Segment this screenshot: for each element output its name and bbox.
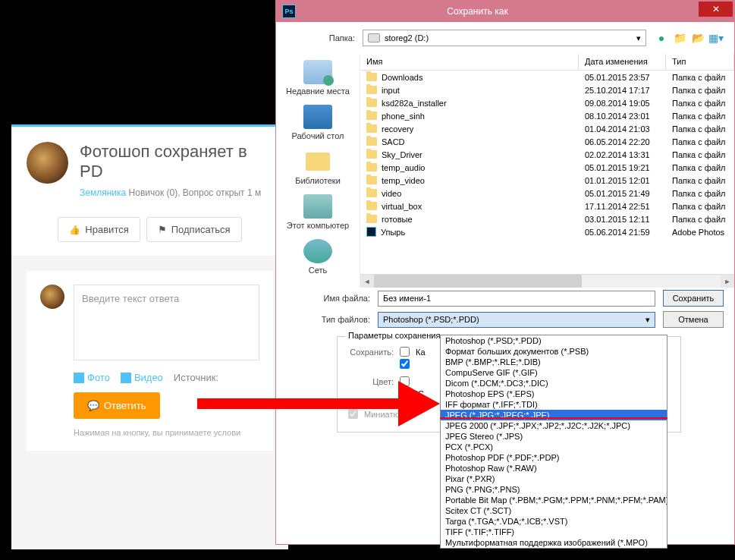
dropdown-item[interactable]: Мультиформатная поддержка изображений (*… (441, 537, 667, 548)
filename-label: Имя файла: (302, 294, 370, 303)
question-meta: Земляника Новичок (0), Вопрос открыт 1 м (80, 187, 273, 198)
dropdown-item[interactable]: Scitex CT (*.SCT) (441, 505, 667, 516)
avatar[interactable] (27, 142, 68, 184)
up-icon[interactable]: 📁 (672, 30, 687, 46)
forum-actions: 👍Нравится ⚑Подписаться (11, 213, 288, 256)
scroll-track[interactable] (374, 275, 721, 288)
dropdown-item[interactable]: TIFF (*.TIF;*.TIFF) (441, 527, 667, 537)
file-row[interactable]: Sky_Driver02.02.2014 13:31Папка с файл (360, 148, 734, 161)
close-button[interactable]: ✕ (699, 2, 733, 17)
dropdown-item[interactable]: CompuServe GIF (*.GIF) (441, 367, 667, 378)
file-row[interactable]: Downloads05.01.2015 23:57Папка с файл (360, 71, 734, 83)
avatar[interactable] (40, 285, 64, 309)
titlebar: Ps Сохранить как ✕ (276, 1, 734, 22)
checkbox-thumbnail (348, 409, 358, 419)
file-row[interactable]: ksd282a_installer09.08.2014 19:05Папка с… (360, 96, 734, 109)
file-row[interactable]: recovery01.04.2014 21:03Папка с файл (360, 122, 734, 135)
file-row[interactable]: input25.10.2014 17:17Папка с файл (360, 83, 734, 96)
folder-label: Папка: (287, 33, 355, 42)
checkbox-copy[interactable] (400, 347, 410, 357)
forum-page: Фотошоп сохраняет в PD Земляника Новичок… (11, 124, 288, 549)
checkbox-icc[interactable] (400, 389, 410, 398)
file-row[interactable]: temp_audio05.01.2015 19:21Папка с файл (360, 161, 734, 174)
filetype-dropdown[interactable]: Photoshop (*.PSD;*.PDD)Формат больших до… (440, 335, 667, 549)
scroll-left-icon[interactable]: ◄ (360, 275, 374, 288)
folder-select[interactable]: storeg2 (D:) ▾ (363, 30, 646, 46)
new-folder-icon[interactable]: 📂 (690, 30, 705, 46)
filename-row: Имя файла: Сохранить (276, 288, 734, 309)
thumb-up-icon: 👍 (69, 225, 80, 235)
answer-box: Введите текст ответа Фото Видео Источник… (27, 271, 273, 451)
folder-toolbar: ● 📁 📂 ▦▾ (654, 30, 724, 46)
checkbox-color1[interactable] (400, 376, 410, 386)
chevron-down-icon: ▾ (645, 315, 650, 325)
submit-answer-button[interactable]: 💬Ответить (74, 392, 160, 419)
filename-input[interactable] (378, 291, 655, 307)
folder-icon (366, 124, 377, 133)
file-row[interactable]: temp_video01.01.2015 12:01Папка с файл (360, 174, 734, 187)
places-sidebar: Недавние места Рабочий стол Библиотеки Э… (276, 54, 360, 288)
folder-icon (366, 137, 377, 146)
sidebar-libraries[interactable]: Библиотеки (295, 146, 341, 191)
file-list: Имя Дата изменения Тип Downloads05.01.20… (360, 54, 734, 288)
save-button[interactable]: Сохранить (663, 290, 724, 307)
subscribe-button[interactable]: ⚑Подписаться (146, 217, 242, 242)
filetype-select[interactable]: Photoshop (*.PSD;*.PDD)▾ (378, 312, 655, 328)
chat-icon: 💬 (87, 400, 99, 411)
dropdown-item[interactable]: BMP (*.BMP;*.RLE;*.DIB) (441, 357, 667, 367)
sidebar-network[interactable]: Сеть (303, 236, 332, 281)
file-row[interactable]: phone_sinh08.10.2014 23:01Папка с файл (360, 109, 734, 122)
sidebar-computer[interactable]: Этот компьютер (287, 191, 349, 236)
dropdown-item[interactable]: Photoshop PDF (*.PDF;*.PDP) (441, 452, 667, 463)
dropdown-item[interactable]: PCX (*.PCX) (441, 442, 667, 452)
cancel-button[interactable]: Отмена (663, 311, 724, 328)
back-icon[interactable]: ● (654, 30, 669, 46)
group-legend: Параметры сохранения (345, 331, 443, 340)
dropdown-item[interactable]: Dicom (*.DCM;*.DC3;*.DIC) (441, 378, 667, 389)
file-row[interactable]: virtual_box17.11.2014 22:51Папка с файл (360, 200, 734, 212)
scrollbar-horizontal[interactable]: ◄ ► (360, 274, 734, 288)
view-icon[interactable]: ▦▾ (708, 30, 724, 46)
author-link[interactable]: Земляника (80, 187, 126, 198)
dropdown-item[interactable]: PNG (*.PNG;*.PNS) (441, 484, 667, 495)
dropdown-item[interactable]: JPEG Stereo (*.JPS) (441, 431, 667, 442)
folder-icon (366, 176, 377, 184)
source-label: Источник: (174, 372, 218, 383)
dropdown-item[interactable]: Формат больших документов (*.PSB) (441, 346, 667, 357)
sidebar-desktop[interactable]: Рабочий стол (291, 102, 344, 146)
annotation-underline (440, 417, 667, 419)
dropdown-item[interactable]: Photoshop Raw (*.RAW) (441, 463, 667, 473)
flag-icon: ⚑ (158, 224, 167, 235)
dropdown-item[interactable]: Portable Bit Map (*.PBM;*.PGM;*.PPM;*.PN… (441, 495, 667, 505)
like-button[interactable]: 👍Нравится (58, 217, 140, 242)
column-date[interactable]: Дата изменения (579, 54, 666, 70)
scroll-thumb[interactable] (374, 275, 582, 288)
dropdown-item[interactable]: Targa (*.TGA;*.VDA;*.ICB;*.VST) (441, 516, 667, 527)
photo-button[interactable]: Фото (74, 372, 110, 383)
file-row[interactable]: SACD06.05.2014 22:20Папка с файл (360, 135, 734, 148)
dropdown-item[interactable]: JPEG 2000 (*.JPF;*.JPX;*.JP2;*.J2C;*.J2K… (441, 420, 667, 431)
folder-icon (366, 86, 377, 94)
folder-row: Папка: storeg2 (D:) ▾ ● 📁 📂 ▦▾ (276, 22, 734, 54)
video-icon (121, 373, 131, 383)
file-row[interactable]: Упырь05.06.2014 21:59Adobe Photos (360, 225, 734, 238)
answer-input[interactable]: Введите текст ответа (74, 285, 259, 360)
file-row[interactable]: готовые03.01.2015 12:11Папка с файл (360, 212, 734, 225)
dropdown-item[interactable]: Pixar (*.PXR) (441, 473, 667, 484)
column-name[interactable]: Имя (360, 54, 579, 70)
dropdown-item[interactable]: Photoshop EPS (*.EPS) (441, 389, 667, 399)
network-icon (303, 239, 332, 263)
psd-icon (366, 227, 376, 237)
sidebar-recent[interactable]: Недавние места (286, 57, 350, 102)
chevron-down-icon: ▾ (636, 33, 641, 43)
video-button[interactable]: Видео (121, 372, 163, 383)
file-row[interactable]: video05.01.2015 21:49Папка с файл (360, 187, 734, 200)
dropdown-item[interactable]: Photoshop (*.PSD;*.PDD) (441, 335, 667, 346)
color-label: Цвет: (348, 377, 394, 386)
terms-note: Нажимая на кнопку, вы принимаете услови (74, 428, 259, 437)
scroll-right-icon[interactable]: ► (721, 275, 734, 288)
answer-tools: Фото Видео Источник: (74, 372, 259, 383)
checkbox-layers[interactable] (400, 359, 410, 369)
dropdown-item[interactable]: IFF формат (*.IFF;*.TDI) (441, 399, 667, 410)
column-type[interactable]: Тип (666, 54, 734, 70)
